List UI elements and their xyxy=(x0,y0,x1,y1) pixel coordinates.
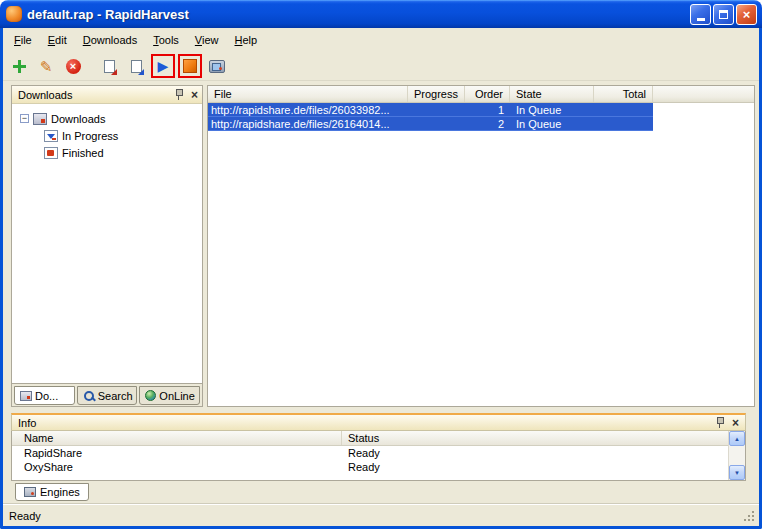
titlebar[interactable]: default.rap - RapidHarvest × xyxy=(0,0,762,28)
maximize-button[interactable] xyxy=(713,4,734,25)
tree-item-in-progress[interactable]: In Progress xyxy=(20,127,202,144)
maximize-icon xyxy=(719,10,728,19)
download-row-1[interactable]: http://rapidshare.de/files/26033982... 1… xyxy=(208,103,653,117)
minimize-icon xyxy=(697,18,705,21)
cell-order: 2 xyxy=(465,117,510,131)
download-row-2[interactable]: http://rapidshare.de/files/26164014... 2… xyxy=(208,117,653,131)
tree-item-finished[interactable]: Finished xyxy=(20,144,202,161)
download-list-header: File Progress Order State Total xyxy=(208,86,754,103)
column-header-progress[interactable]: Progress xyxy=(408,86,465,102)
menu-file[interactable]: File xyxy=(6,30,40,50)
cell-file: http://rapidshare.de/files/26033982... xyxy=(208,103,408,117)
tab-search[interactable]: Search xyxy=(77,386,138,405)
panel-close-icon[interactable]: × xyxy=(732,417,739,429)
pin-icon[interactable] xyxy=(715,417,725,428)
toolbar: ✎ × ▶ xyxy=(3,52,759,81)
downloads-folder-icon xyxy=(33,113,47,125)
downloads-panel-title: Downloads xyxy=(18,89,174,101)
paste-links-button[interactable] xyxy=(124,54,148,78)
finished-icon xyxy=(44,147,58,159)
panel-close-icon[interactable]: × xyxy=(191,89,198,101)
tab-online[interactable]: OnLine xyxy=(139,386,200,405)
column-header-total[interactable]: Total xyxy=(594,86,653,102)
menu-view[interactable]: View xyxy=(187,30,227,50)
tree-item-downloads[interactable]: − Downloads xyxy=(20,110,202,127)
titlebar-buttons: × xyxy=(690,4,757,25)
scroll-down-icon[interactable]: ▼ xyxy=(729,465,745,480)
downloads-panel: Downloads × − Downloads In Progress xyxy=(11,85,203,407)
info-scrollbar[interactable]: ▲ ▼ xyxy=(728,431,745,480)
tab-engines[interactable]: Engines xyxy=(15,483,89,501)
cell-state: In Queue xyxy=(510,103,594,117)
window-frame: File Edit Downloads Tools View Help ✎ × … xyxy=(0,28,762,529)
menu-tools[interactable]: Tools xyxy=(145,30,187,50)
resize-grip[interactable] xyxy=(752,519,754,521)
stop-icon xyxy=(183,59,197,73)
paste-icon xyxy=(131,60,142,73)
info-tab-strip: Engines xyxy=(11,481,746,503)
copy-links-button[interactable] xyxy=(97,54,121,78)
downloads-tree: − Downloads In Progress Finished xyxy=(12,104,202,383)
column-header-file[interactable]: File xyxy=(208,86,408,102)
minimize-button[interactable] xyxy=(690,4,711,25)
downloads-panel-header: Downloads × xyxy=(12,86,202,104)
download-list: File Progress Order State Total http://r… xyxy=(207,85,755,407)
stop-downloads-button[interactable] xyxy=(178,54,202,78)
engines-icon xyxy=(209,60,225,73)
content-area: Downloads × − Downloads In Progress xyxy=(3,81,759,410)
column-header-order[interactable]: Order xyxy=(465,86,510,102)
edit-download-button[interactable]: ✎ xyxy=(34,54,58,78)
status-text: Ready xyxy=(9,510,41,522)
scroll-up-icon[interactable]: ▲ xyxy=(729,431,745,446)
delete-download-button[interactable]: × xyxy=(61,54,85,78)
engines-tab-icon xyxy=(24,487,36,497)
cell-file: http://rapidshare.de/files/26164014... xyxy=(208,117,408,131)
start-downloads-button[interactable]: ▶ xyxy=(151,54,175,78)
tree-expander-icon[interactable]: − xyxy=(20,114,29,123)
copy-icon xyxy=(104,60,115,73)
app-icon xyxy=(6,6,22,22)
engine-row-rapidshare[interactable]: RapidShare Ready xyxy=(12,446,728,460)
tab-downloads[interactable]: Do... xyxy=(14,386,75,405)
close-button[interactable]: × xyxy=(736,4,757,25)
tab-search-label: Search xyxy=(98,390,133,402)
engines-table: Name Status RapidShare Ready OxyShare Re… xyxy=(12,431,728,480)
tab-downloads-label: Do... xyxy=(35,390,58,402)
globe-icon xyxy=(145,390,156,401)
column-header-state[interactable]: State xyxy=(510,86,594,102)
delete-icon: × xyxy=(66,59,81,74)
tree-label-in-progress: In Progress xyxy=(62,130,118,142)
in-progress-icon xyxy=(44,130,58,142)
start-icon: ▶ xyxy=(158,59,169,73)
app-window: default.rap - RapidHarvest × File Edit D… xyxy=(0,0,762,529)
column-header-name[interactable]: Name xyxy=(12,431,342,445)
tree-label-downloads: Downloads xyxy=(51,113,105,125)
info-panel: Info × Name Status RapidShare Ready xyxy=(11,413,746,503)
menu-edit[interactable]: Edit xyxy=(40,30,75,50)
menubar: File Edit Downloads Tools View Help xyxy=(3,28,759,52)
engine-status: Ready xyxy=(342,447,728,459)
cell-order: 1 xyxy=(465,103,510,117)
engines-table-header: Name Status xyxy=(12,431,728,446)
dock-tabs: Do... Search OnLine xyxy=(12,383,202,406)
column-header-status[interactable]: Status xyxy=(342,431,728,445)
search-icon xyxy=(83,390,95,402)
tree-label-finished: Finished xyxy=(62,147,104,159)
engine-row-oxyshare[interactable]: OxyShare Ready xyxy=(12,460,728,474)
edit-icon: ✎ xyxy=(40,59,53,74)
menu-help[interactable]: Help xyxy=(227,30,266,50)
add-icon xyxy=(13,60,26,73)
downloads-tab-icon xyxy=(20,391,32,401)
info-panel-body: Name Status RapidShare Ready OxyShare Re… xyxy=(11,431,746,481)
engines-button[interactable] xyxy=(205,54,229,78)
cell-state: In Queue xyxy=(510,117,594,131)
tab-online-label: OnLine xyxy=(159,390,194,402)
tab-engines-label: Engines xyxy=(40,486,80,498)
menu-downloads[interactable]: Downloads xyxy=(75,30,145,50)
engine-name: OxyShare xyxy=(12,461,342,473)
scrollbar-track[interactable] xyxy=(729,446,745,465)
window-title: default.rap - RapidHarvest xyxy=(27,7,685,22)
pin-icon[interactable] xyxy=(174,89,184,100)
engine-status: Ready xyxy=(342,461,728,473)
add-download-button[interactable] xyxy=(7,54,31,78)
